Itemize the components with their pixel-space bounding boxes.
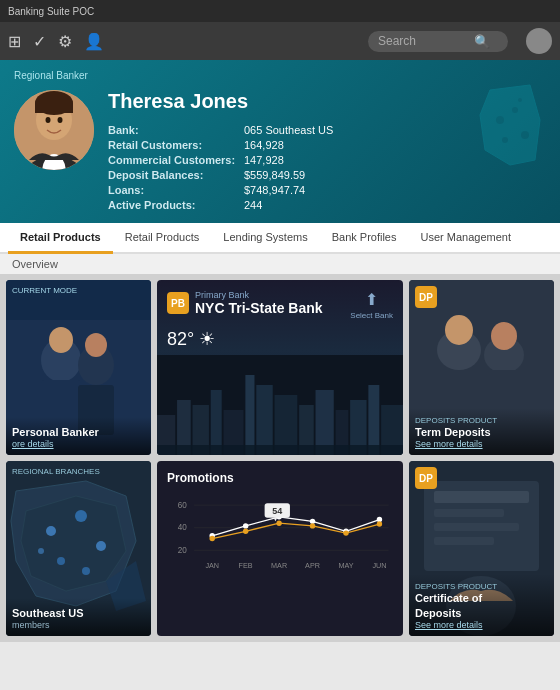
svg-text:54: 54 — [272, 506, 282, 516]
products-value: 244 — [244, 199, 262, 211]
southeast-overlay: Southeast US members — [6, 598, 151, 636]
card-primary-bank: PB Primary Bank NYC Tri-State Bank ⬆ Sel… — [157, 280, 403, 455]
svg-rect-36 — [157, 445, 403, 455]
svg-point-57 — [243, 523, 248, 528]
svg-point-49 — [38, 548, 44, 554]
avatar-image — [14, 90, 94, 170]
overview-label: Overview — [12, 258, 58, 270]
check-icon[interactable]: ✓ — [33, 32, 46, 51]
svg-point-40 — [445, 315, 473, 345]
certificate-link[interactable]: See more details — [415, 620, 548, 630]
svg-point-19 — [85, 333, 107, 357]
svg-point-45 — [75, 510, 87, 522]
svg-rect-28 — [256, 385, 272, 455]
search-container: 🔍 — [368, 31, 508, 52]
select-bank-button[interactable]: ⬆ Select Bank — [350, 290, 393, 320]
svg-rect-82 — [434, 537, 494, 545]
section-overview: Overview — [0, 254, 560, 274]
deposit-row: Deposit Balances: $559,849.59 — [108, 169, 546, 181]
temperature: 82° — [167, 329, 194, 349]
dashboard: Current Mode Personal Banker ore details — [0, 274, 560, 642]
promotions-chart: 60 40 20 54 — [167, 489, 393, 589]
upload-icon: ⬆ — [365, 290, 378, 309]
svg-point-66 — [343, 530, 348, 535]
svg-text:JAN: JAN — [205, 561, 219, 570]
svg-point-48 — [82, 567, 90, 575]
svg-rect-79 — [434, 491, 529, 503]
bank-label: Bank: — [108, 124, 238, 136]
term-deposits-title: Term Deposits — [415, 425, 548, 439]
svg-text:FEB: FEB — [239, 561, 253, 570]
svg-text:60: 60 — [178, 501, 188, 510]
svg-point-63 — [243, 529, 248, 534]
bank-sub-label: Primary Bank — [195, 290, 323, 300]
southeast-tag: Regional Branches — [12, 467, 100, 476]
svg-point-8 — [496, 116, 504, 124]
app-title: Banking Suite POC — [8, 6, 94, 17]
svg-text:APR: APR — [305, 561, 320, 570]
svg-text:20: 20 — [178, 546, 188, 555]
nav-bar: ⊞ ✓ ⚙ 👤 🔍 — [0, 22, 560, 60]
profile-header: Regional Banker Theresa Jones Bank: 065 — [0, 60, 560, 223]
tab-bank-profiles[interactable]: Bank Profiles — [320, 223, 409, 254]
svg-point-62 — [209, 536, 214, 541]
svg-point-67 — [377, 521, 382, 526]
top-bar: Banking Suite POC — [0, 0, 560, 22]
retail-label: Retail Customers: — [108, 139, 238, 151]
term-deposits-tag: Deposits Product — [415, 416, 548, 425]
retail-value: 164,928 — [244, 139, 284, 151]
svg-point-18 — [49, 327, 73, 353]
term-deposits-link[interactable]: See more details — [415, 439, 548, 449]
commercial-label: Commercial Customers: — [108, 154, 238, 166]
deposit-label: Deposit Balances: — [108, 169, 238, 181]
svg-text:MAY: MAY — [338, 561, 353, 570]
grid-icon[interactable]: ⊞ — [8, 32, 21, 51]
nav-tabs: Retail Products Retail Products Lending … — [0, 223, 560, 254]
svg-rect-5 — [35, 103, 73, 113]
svg-point-10 — [521, 131, 529, 139]
southeast-members-label: members — [12, 620, 50, 630]
bank-name: NYC Tri-State Bank — [195, 300, 323, 316]
select-bank-label: Select Bank — [350, 311, 393, 320]
svg-point-46 — [96, 541, 106, 551]
tab-retail-products-0[interactable]: Retail Products — [8, 223, 113, 254]
bank-header: PB Primary Bank NYC Tri-State Bank ⬆ Sel… — [167, 290, 393, 320]
svg-point-7 — [58, 117, 63, 123]
user-icon[interactable]: 👤 — [84, 32, 104, 51]
personal-banker-overlay: Personal Banker ore details — [6, 417, 151, 455]
svg-point-44 — [46, 526, 56, 536]
svg-rect-34 — [368, 385, 379, 455]
profile-role: Regional Banker — [14, 70, 88, 81]
tab-lending-systems[interactable]: Lending Systems — [211, 223, 319, 254]
svg-point-9 — [512, 107, 518, 113]
tab-retail-products-1[interactable]: Retail Products — [113, 223, 212, 254]
svg-marker-70 — [274, 518, 278, 522]
card-certificate[interactable]: DP Deposits Product Certificate ofDeposi… — [409, 461, 554, 636]
svg-point-6 — [46, 117, 51, 123]
commercial-value: 147,928 — [244, 154, 284, 166]
svg-rect-81 — [434, 523, 519, 531]
svg-point-64 — [276, 520, 281, 525]
card-southeast[interactable]: Regional Branches Southeast US members — [6, 461, 151, 636]
map-overlay — [470, 80, 550, 170]
bank-value: 065 Southeast US — [244, 124, 333, 136]
tab-user-management[interactable]: User Management — [408, 223, 523, 254]
gear-icon[interactable]: ⚙ — [58, 32, 72, 51]
certificate-title: Certificate ofDeposits — [415, 591, 548, 620]
card-personal-banker[interactable]: Current Mode Personal Banker ore details — [6, 280, 151, 455]
svg-text:40: 40 — [178, 523, 188, 532]
bank-badge: PB — [167, 292, 189, 314]
personal-banker-title: Personal Banker — [12, 425, 145, 439]
avatar[interactable] — [526, 28, 552, 54]
svg-rect-27 — [245, 375, 254, 455]
card-promotions: Promotions 60 40 20 — [157, 461, 403, 636]
search-input[interactable] — [378, 34, 468, 48]
weather-icon: ☀ — [199, 329, 215, 349]
card-term-deposits[interactable]: DP Deposits Product Term Deposits See mo… — [409, 280, 554, 455]
certificate-badge: DP — [415, 467, 437, 489]
personal-banker-link[interactable]: ore details — [12, 439, 145, 449]
profile-avatar — [14, 90, 94, 170]
svg-point-12 — [518, 98, 522, 102]
search-button[interactable]: 🔍 — [474, 34, 490, 49]
loans-row: Loans: $748,947.74 — [108, 184, 546, 196]
